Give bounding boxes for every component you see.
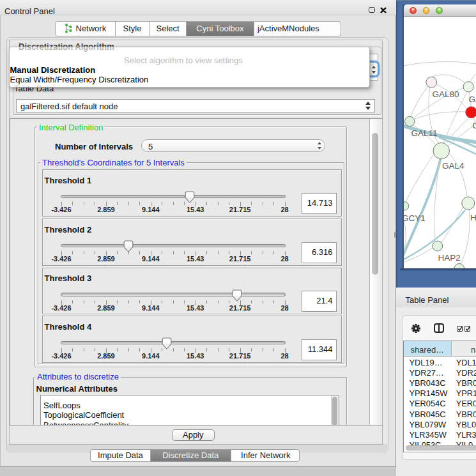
- svg-text:HAP2: HAP2: [438, 253, 461, 263]
- svg-text:GAL4: GAL4: [442, 161, 464, 171]
- svg-text:GA: GA: [469, 95, 476, 104]
- svg-text:GAL11: GAL11: [411, 128, 438, 138]
- svg-text:H: H: [470, 213, 476, 222]
- svg-text:CY: CY: [472, 121, 476, 130]
- svg-text:GCY1: GCY1: [404, 213, 426, 223]
- svg-text:GAL80: GAL80: [433, 89, 459, 99]
